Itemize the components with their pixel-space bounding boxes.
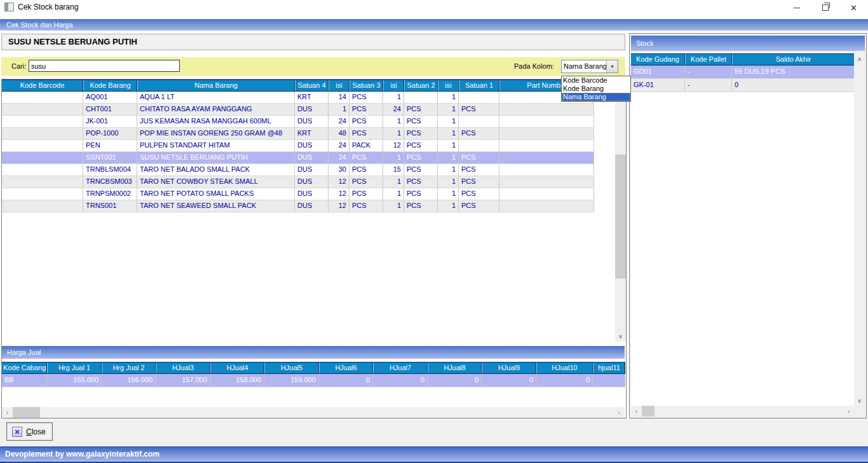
- column-header[interactable]: HJual5: [264, 363, 319, 373]
- column-header[interactable]: HJual3: [156, 363, 210, 373]
- dropdown-option[interactable]: Nama Barang: [562, 93, 630, 101]
- close-window-button[interactable]: ✕: [839, 0, 868, 15]
- column-header[interactable]: isi: [383, 80, 404, 91]
- table-row[interactable]: TRNPSM0002TARO NET POTATO SMALL PACKSDUS…: [2, 188, 594, 200]
- cell: PCS: [349, 116, 383, 127]
- cell: SUSU NETSLE BERUANG PUTIH: [137, 152, 295, 163]
- cell: 1: [438, 152, 459, 163]
- chevron-down-icon[interactable]: ▼: [606, 60, 618, 73]
- cell: 1: [438, 128, 459, 139]
- cell: 1: [383, 152, 404, 163]
- cell: 0: [319, 374, 373, 387]
- horizontal-scroll-thumb[interactable]: [13, 407, 40, 418]
- column-header[interactable]: Nama Barang: [137, 80, 295, 91]
- cell: [2, 152, 83, 163]
- table-row[interactable]: POP-1000POP MIE INSTAN GORENG 250 GRAM @…: [2, 128, 594, 140]
- cell: 15: [383, 164, 404, 176]
- search-input[interactable]: [29, 60, 180, 72]
- cell: 155.000: [47, 374, 102, 387]
- cell: 0: [482, 374, 536, 387]
- dropdown-option[interactable]: Kode Barcode: [562, 76, 630, 85]
- stock-vertical-scrollbar[interactable]: ∧ ∨: [854, 53, 865, 406]
- search-bar: Cari: Pada Kolom: Nama Barang ▼: [1, 57, 625, 76]
- minimize-icon: [794, 8, 800, 8]
- minimize-button[interactable]: [782, 0, 811, 15]
- cell: DUS: [295, 104, 329, 115]
- scroll-down-icon[interactable]: ∨: [854, 395, 865, 406]
- column-header[interactable]: Saldo Akhir: [732, 54, 855, 65]
- column-header[interactable]: Kode Pallet: [685, 54, 732, 65]
- column-header[interactable]: Kode Cabang: [2, 363, 47, 373]
- items-table-header: Kode BarcodeKode BarangNama BarangSatuan…: [2, 79, 594, 92]
- table-row[interactable]: SSNT001SUSU NETSLE BERUANG PUTIHDUS24PCS…: [2, 152, 594, 164]
- column-header[interactable]: Satuan 1: [459, 80, 499, 91]
- status-bar: Devoplement by www.galaxyinteraktif.com: [0, 446, 868, 463]
- cell: 12: [383, 140, 404, 151]
- close-button[interactable]: ✕ Close: [6, 422, 53, 441]
- cell: PCS: [459, 128, 499, 139]
- status-text: Devoplement by www.galaxyinteraktif.com: [0, 447, 868, 461]
- column-filter-combobox[interactable]: Nama Barang ▼: [561, 60, 618, 73]
- column-header[interactable]: HJual9: [482, 363, 536, 373]
- cell: 12: [329, 200, 349, 212]
- selected-item-panel: SUSU NETSLE BERUANG PUTIH: [1, 34, 625, 50]
- horizontal-scroll-thumb[interactable]: [642, 406, 654, 417]
- column-header[interactable]: Hrg Jual 2: [102, 363, 156, 373]
- column-header[interactable]: Hrg Jual 1: [47, 363, 102, 373]
- column-header[interactable]: HJual6: [319, 363, 373, 373]
- table-row[interactable]: GK-01-0: [631, 79, 865, 92]
- scroll-left-icon[interactable]: ‹: [631, 406, 642, 417]
- column-header[interactable]: Kode Gudang: [631, 54, 685, 65]
- table-row[interactable]: TRNS001TARO NET SEAWEED SMALL PACKDUS12P…: [2, 200, 594, 212]
- cell: PCS: [349, 176, 383, 188]
- column-header[interactable]: Kode Barcode: [2, 80, 83, 91]
- table-row[interactable]: TRNBLSM004TARO NET BALADO SMALL PACKDUS3…: [2, 164, 594, 176]
- restore-button[interactable]: [811, 0, 839, 15]
- items-horizontal-scrollbar[interactable]: ‹ ›: [2, 407, 625, 418]
- table-row[interactable]: GD01-55 DUS,19 PCS: [631, 66, 865, 79]
- table-row[interactable]: JK-001JUS KEMASAN RASA MANGGAH 600MLDUS2…: [2, 116, 594, 128]
- dropdown-option[interactable]: Kode Barang: [562, 85, 630, 93]
- items-vertical-scrollbar[interactable]: ∧ ∨: [615, 79, 626, 342]
- table-row[interactable]: BB155.000156.000157.000158.000159.000000…: [2, 374, 625, 387]
- column-header[interactable]: hjual11: [593, 363, 625, 373]
- vertical-scroll-thumb[interactable]: [615, 155, 626, 279]
- cell: PCS: [349, 104, 383, 115]
- harga-jual-table-header: Kode CabangHrg Jual 1Hrg Jual 2HJual3HJu…: [2, 362, 625, 374]
- scroll-left-icon[interactable]: ‹: [2, 407, 13, 418]
- column-header[interactable]: isi: [329, 80, 349, 91]
- selected-item-title: SUSU NETSLE BERUANG PUTIH: [2, 37, 137, 46]
- column-header[interactable]: HJual4: [210, 363, 264, 373]
- scroll-right-icon[interactable]: ›: [614, 407, 625, 418]
- column-header[interactable]: Satuan 2: [404, 80, 438, 91]
- cell: [2, 92, 83, 103]
- column-header[interactable]: isi: [438, 80, 459, 91]
- cell: DUS: [295, 140, 329, 151]
- cell: KRT: [295, 92, 329, 103]
- app-icon: [4, 3, 14, 11]
- close-button-label: Close: [26, 427, 46, 436]
- column-header[interactable]: Satuan 4: [295, 80, 329, 91]
- cell: [404, 92, 438, 103]
- cell: PCS: [349, 92, 383, 103]
- table-row[interactable]: CHT001CHITATO RASA AYAM PANGGANGDUS1PCS2…: [2, 104, 594, 116]
- table-row[interactable]: PENPULPEN STANDART HITAMDUS24PACK12PCS1: [2, 140, 594, 152]
- scroll-right-icon[interactable]: ›: [843, 406, 854, 417]
- column-header[interactable]: HJual7: [373, 363, 428, 373]
- column-header[interactable]: Kode Barang: [83, 80, 137, 91]
- cell: [499, 116, 594, 127]
- cell: PCS: [404, 140, 438, 151]
- cell: [2, 188, 83, 200]
- column-header[interactable]: HJual8: [428, 363, 482, 373]
- column-header[interactable]: Satuan 3: [349, 80, 383, 91]
- scroll-down-icon[interactable]: ∨: [615, 331, 626, 342]
- table-row[interactable]: TRNCBSM003TARO NET COWBOY STEAK SMALLDUS…: [2, 176, 594, 188]
- cell: [2, 128, 83, 139]
- stock-horizontal-scrollbar[interactable]: ‹ ›: [631, 406, 854, 417]
- cell: TRNPSM0002: [83, 188, 137, 200]
- cell: TRNS001: [83, 200, 137, 212]
- table-row[interactable]: AQ001AQUA 1 LTKRT14PCS11: [2, 92, 594, 104]
- scroll-up-icon[interactable]: ∧: [854, 53, 865, 64]
- column-header[interactable]: HJual10: [536, 363, 593, 373]
- stock-table: Kode GudangKode PalletSaldo Akhir GD01-5…: [631, 53, 865, 417]
